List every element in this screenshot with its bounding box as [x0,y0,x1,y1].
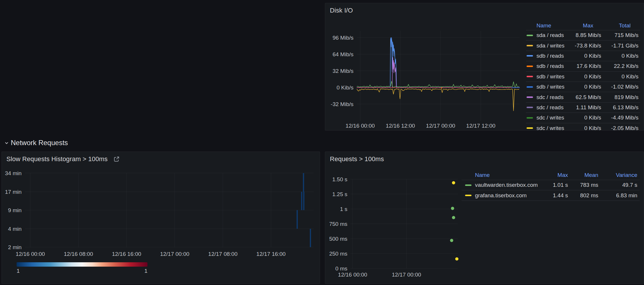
svg-text:12/17 00:00: 12/17 00:00 [160,251,189,257]
legend-value: -1.71 Gib/s [601,43,638,49]
requests-legend: NameMaxMeanVariancevaultwarden.tiserbox.… [462,170,640,201]
legend-value: 783 ms [568,182,598,188]
svg-text:2 min: 2 min [8,244,22,250]
legend-value: 49.7 s [598,182,637,188]
series-color-swatch [465,195,471,196]
svg-text:0 ms: 0 ms [335,265,347,272]
svg-text:32 Mib/s: 32 Mib/s [332,68,353,74]
series-name: sdb / reads [536,53,564,59]
legend-value: -73.8 Kib/s [569,43,601,49]
series-color-swatch [527,55,533,57]
legend-row[interactable]: sdb / reads0 Kib/s0 Kib/s [526,51,640,61]
legend-value: 0 Kib/s [569,53,601,59]
row-header-network-requests[interactable]: Network Requests [4,139,68,147]
legend-header-name[interactable]: Name [462,172,545,178]
series-name: sdb / writes [536,84,564,90]
legend-row[interactable]: sdb / writes0 Kib/s0 Kib/s [526,72,640,82]
legend-value: 0 Kib/s [569,115,601,121]
legend-row[interactable]: sdb / writes0 Kib/s-1.02 Mib/s [526,82,640,92]
series-color-swatch [527,86,533,88]
legend-header-variance[interactable]: Variance [598,172,637,178]
legend-row[interactable]: sda / writes-73.8 Kib/s-1.71 Gib/s [526,41,640,51]
svg-text:12/17 16:00: 12/17 16:00 [256,251,286,257]
legend-header-max[interactable]: Max [569,22,601,29]
panel-disk-io: Disk I/O 96 Mib/s64 Mib/s32 Mib/s0 Kib/s… [325,3,644,131]
legend-value: 8.85 Mib/s [569,32,601,38]
legend-value: -1.02 Mib/s [601,84,638,90]
series-color-swatch [527,127,533,129]
grafana-dashboard: { "row_header": {"label": "Network Reque… [0,0,644,285]
legend-value: 1.44 s [545,192,568,199]
svg-text:96 Mib/s: 96 Mib/s [332,35,353,41]
legend-value: 0 Kib/s [601,53,638,59]
legend-header-mean[interactable]: Mean [568,172,598,178]
legend-value: -2.05 Mib/s [601,125,638,131]
legend-value: 715 Mib/s [601,32,638,38]
legend-header-max[interactable]: Max [545,172,568,178]
legend-row[interactable]: grafana.tiserbox.com1.44 s802 ms6.83 min [462,190,640,200]
series-name: vaultwarden.tiserbox.com [475,182,538,188]
legend-value: 1.11 Mib/s [569,104,601,111]
legend-value: 62.5 Mib/s [569,94,601,101]
svg-text:9 min: 9 min [8,207,22,213]
svg-text:34 min: 34 min [5,170,22,176]
series-color-swatch [527,96,533,98]
legend-value: 0 Kib/s [601,73,638,80]
svg-text:64 Mib/s: 64 Mib/s [332,51,353,57]
legend-value: 0 Kib/s [569,125,601,131]
heatmap-color-scale [17,262,147,267]
panel-slow-requests-histogram: Slow Requests Histogram > 100ms 34 min17… [1,152,320,284]
series-name: sda / reads [536,32,564,38]
svg-text:17 min: 17 min [5,189,22,195]
chevron-down-icon [4,140,9,145]
svg-text:12/16 00:00: 12/16 00:00 [338,272,367,278]
svg-text:12/16 00:00: 12/16 00:00 [346,123,375,129]
svg-text:1 s: 1 s [340,206,347,212]
svg-text:0 Kib/s: 0 Kib/s [337,85,353,91]
color-scale-max: 1 [136,268,147,274]
series-name: sdc / reads [536,94,564,101]
series-name: sda / writes [536,43,564,49]
row-header-title: Network Requests [11,139,68,147]
legend-header-total[interactable]: Total [601,22,638,29]
legend-value: 1.01 s [545,182,568,188]
legend-value: 802 ms [568,192,598,199]
legend-value: 0 Kib/s [569,73,601,80]
disk-io-legend: NameMaxTotalsda / reads8.85 Mib/s715 Mib… [526,21,640,131]
svg-text:1.25 s: 1.25 s [332,191,347,197]
legend-row[interactable]: sdc / reads62.5 Mib/s819 Mib/s [526,92,640,102]
svg-text:250 ms: 250 ms [329,251,347,257]
svg-text:12/17 08:00: 12/17 08:00 [208,251,237,257]
svg-text:750 ms: 750 ms [329,221,347,227]
legend-value: 0 Kib/s [569,84,601,90]
legend-value: 22.2 Kib/s [601,63,638,69]
svg-text:1.50 s: 1.50 s [332,176,347,182]
svg-text:-32 Mib/s: -32 Mib/s [331,101,353,107]
series-color-swatch [527,107,533,108]
color-scale-min: 1 [17,268,20,274]
svg-text:12/16 08:00: 12/16 08:00 [64,251,93,257]
svg-text:12/16 00:00: 12/16 00:00 [16,251,45,257]
legend-row[interactable]: sdc / writes0 Kib/s-4.49 Mib/s [526,113,640,123]
svg-text:12/16 12:00: 12/16 12:00 [386,123,415,129]
series-name: sdc / writes [536,115,564,121]
series-name: sdc / reads [536,104,564,111]
svg-text:12/17 00:00: 12/17 00:00 [426,123,455,129]
legend-row[interactable]: sda / reads8.85 Mib/s715 Mib/s [526,30,640,41]
svg-text:12/16 16:00: 12/16 16:00 [112,251,141,257]
svg-text:12/17 00:00: 12/17 00:00 [392,272,421,278]
legend-header-name[interactable]: Name [526,22,569,29]
series-color-swatch [465,184,471,186]
legend-row[interactable]: sdc / reads1.11 Mib/s6.13 Mib/s [526,103,640,113]
legend-value: -4.49 Mib/s [601,115,638,121]
legend-row[interactable]: vaultwarden.tiserbox.com1.01 s783 ms49.7… [462,180,640,190]
legend-row[interactable]: sdb / reads17.6 Kib/s22.2 Kib/s [526,61,640,71]
legend-value: 819 Mib/s [601,94,638,101]
legend-row[interactable]: sdc / writes0 Kib/s-2.05 Mib/s [526,123,640,131]
svg-text:12/17 12:00: 12/17 12:00 [466,123,495,129]
series-color-swatch [527,76,533,77]
series-name: sdc / writes [536,125,564,131]
series-color-swatch [527,35,533,36]
svg-text:500 ms: 500 ms [329,236,347,242]
series-name: sdb / reads [536,63,564,69]
